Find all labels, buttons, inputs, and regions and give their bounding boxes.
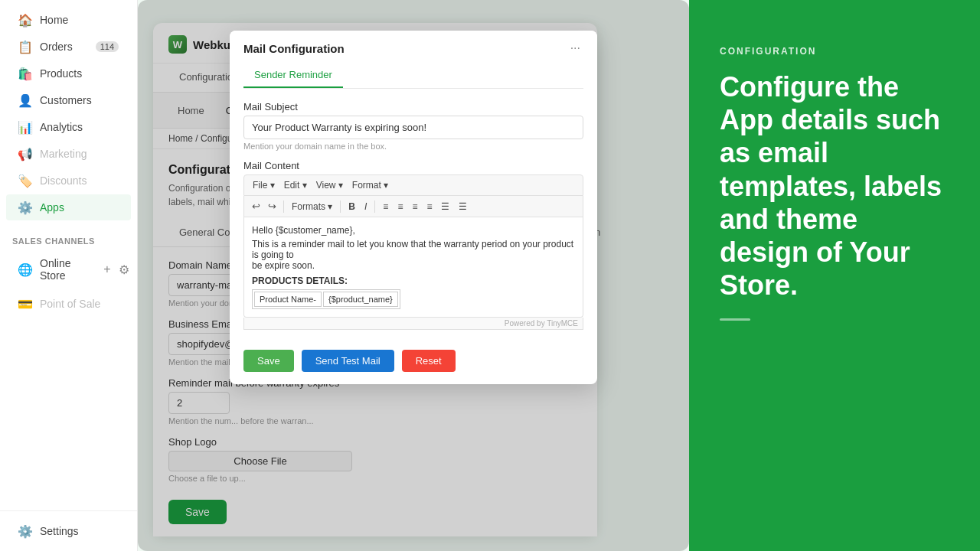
pos-icon: 💳 xyxy=(18,297,32,311)
orders-badge: 114 xyxy=(96,41,119,52)
editor-menu-view[interactable]: View ▾ xyxy=(312,178,347,192)
editor-bold[interactable]: B xyxy=(345,200,359,214)
settings-channel-icon[interactable]: ⚙ xyxy=(117,262,131,276)
editor-menu-edit[interactable]: Edit ▾ xyxy=(280,178,311,192)
product-table-header-2: {$product_name} xyxy=(323,292,398,307)
home-icon: 🏠 xyxy=(18,13,32,27)
sidebar-item-label: Orders xyxy=(40,41,73,53)
modal-menu-icon[interactable]: ··· xyxy=(567,41,583,55)
sidebar-item-label: Analytics xyxy=(40,121,83,133)
sidebar-item-label: Customers xyxy=(40,94,92,106)
right-panel-label: CONFIGURATION xyxy=(720,46,949,57)
settings-icon: ⚙️ xyxy=(18,524,32,538)
sidebar-item-label: Products xyxy=(40,67,82,80)
mail-subject-hint: Mention your domain name in the box. xyxy=(243,142,583,151)
right-panel-heading: Configure the App details such as email … xyxy=(720,70,949,302)
modal-overlay: Mail Configuration ··· Sender Reminder M… xyxy=(138,0,689,551)
modal-title: Mail Configuration xyxy=(243,42,345,55)
editor-list-ul[interactable]: ☰ xyxy=(437,200,453,214)
toolbar-divider-3 xyxy=(374,201,375,213)
modal-tabs: Sender Reminder xyxy=(243,63,583,89)
modal-body: Mail Subject Mention your domain name in… xyxy=(230,89,597,342)
editor-align-justify[interactable]: ≡ xyxy=(423,200,436,214)
products-icon: 🛍️ xyxy=(18,67,32,80)
sidebar-item-orders[interactable]: 📋 Orders 114 xyxy=(6,34,131,60)
editor-menu-format[interactable]: Format ▾ xyxy=(348,178,392,192)
editor-line2: This is a reminder mail to let you know … xyxy=(252,239,575,260)
sidebar-item-apps[interactable]: ⚙️ Apps xyxy=(6,194,131,220)
sidebar: 🏠 Home 📋 Orders 114 🛍️ Products 👤 Custom… xyxy=(0,0,138,551)
sidebar-item-online-store[interactable]: 🌐 Online Store xyxy=(6,251,100,288)
apps-icon: ⚙️ xyxy=(18,201,32,214)
analytics-icon: 📊 xyxy=(18,120,32,134)
editor-undo[interactable]: ↩ xyxy=(249,199,263,214)
sidebar-item-discounts[interactable]: 🏷️ Discounts xyxy=(6,168,131,194)
modal-tab-sender-reminder[interactable]: Sender Reminder xyxy=(243,63,343,88)
editor-line3: be expire soon. xyxy=(252,260,575,271)
sidebar-item-label: Discounts xyxy=(40,174,87,187)
sidebar-item-marketing[interactable]: 📢 Marketing xyxy=(6,141,131,167)
editor-align-right[interactable]: ≡ xyxy=(408,200,421,214)
modal-send-test-button[interactable]: Send Test Mail xyxy=(302,350,394,372)
editor-redo[interactable]: ↪ xyxy=(265,199,279,214)
sidebar-item-products[interactable]: 🛍️ Products xyxy=(6,60,131,86)
modal-header: Mail Configuration ··· Sender Reminder xyxy=(230,31,597,89)
product-table-header-1: Product Name- xyxy=(254,292,322,307)
sidebar-item-label: Online Store xyxy=(40,257,88,282)
mail-subject-input[interactable] xyxy=(243,116,583,139)
modal-reset-button[interactable]: Reset xyxy=(402,350,456,372)
sidebar-item-label: Home xyxy=(40,14,68,26)
online-store-icon: 🌐 xyxy=(18,262,32,276)
editor-align-left[interactable]: ≡ xyxy=(379,200,392,214)
sidebar-item-label: Marketing xyxy=(40,148,87,160)
app-card: W Webkul Warranty Management by Webkul S… xyxy=(153,23,597,536)
editor-list-ol[interactable]: ☰ xyxy=(455,200,471,214)
editor-line1: Hello {$customer_name}, xyxy=(252,225,575,236)
sidebar-item-analytics[interactable]: 📊 Analytics xyxy=(6,114,131,140)
editor-formats-dropdown[interactable]: Formats ▾ xyxy=(288,200,336,214)
add-channel-icon[interactable]: + xyxy=(100,262,114,276)
marketing-icon: 📢 xyxy=(18,147,32,161)
product-table: Product Name- {$product_name} xyxy=(252,289,400,309)
mail-subject-field: Mail Subject Mention your domain name in… xyxy=(243,101,583,151)
sidebar-item-home[interactable]: 🏠 Home xyxy=(6,7,131,33)
sales-channels-label: SALES CHANNELS xyxy=(0,227,137,249)
orders-icon: 📋 xyxy=(18,40,32,54)
modal-save-button[interactable]: Save xyxy=(243,350,294,372)
sidebar-item-settings[interactable]: ⚙️ Settings xyxy=(6,518,131,544)
main-area: W Webkul Warranty Management by Webkul S… xyxy=(138,0,689,551)
editor-toolbar-menus: File ▾ Edit ▾ View ▾ Format ▾ xyxy=(243,174,583,196)
editor-align-center[interactable]: ≡ xyxy=(394,200,407,214)
editor-content[interactable]: Hello {$customer_name}, This is a remind… xyxy=(243,217,583,318)
right-panel-divider xyxy=(720,318,750,321)
editor-italic[interactable]: I xyxy=(361,200,371,214)
mail-content-label: Mail Content xyxy=(243,160,583,171)
sidebar-item-customers[interactable]: 👤 Customers xyxy=(6,87,131,113)
editor-section: PRODUCTS DETAILS: xyxy=(252,276,575,286)
customers-icon: 👤 xyxy=(18,93,32,107)
modal-footer: Save Send Test Mail Reset xyxy=(230,342,597,384)
sidebar-item-label: Settings xyxy=(40,525,79,537)
toolbar-divider-2 xyxy=(340,201,341,213)
discounts-icon: 🏷️ xyxy=(18,174,32,187)
editor-menu-file[interactable]: File ▾ xyxy=(249,178,279,192)
editor-toolbar-format: ↩ ↪ Formats ▾ B I ≡ ≡ ≡ ≡ ☰ xyxy=(243,196,583,217)
mail-configuration-modal: Mail Configuration ··· Sender Reminder M… xyxy=(230,31,597,384)
mail-subject-label: Mail Subject xyxy=(243,101,583,112)
tinymce-powered: Powered by TinyMCE xyxy=(243,318,583,330)
sidebar-item-label: Point of Sale xyxy=(40,298,100,310)
sidebar-item-point-of-sale[interactable]: 💳 Point of Sale xyxy=(6,291,131,317)
mail-content-field: Mail Content File ▾ Edit ▾ View ▾ Format… xyxy=(243,160,583,330)
toolbar-divider xyxy=(283,201,284,213)
right-panel: CONFIGURATION Configure the App details … xyxy=(689,0,980,551)
sidebar-item-label: Apps xyxy=(40,201,64,214)
